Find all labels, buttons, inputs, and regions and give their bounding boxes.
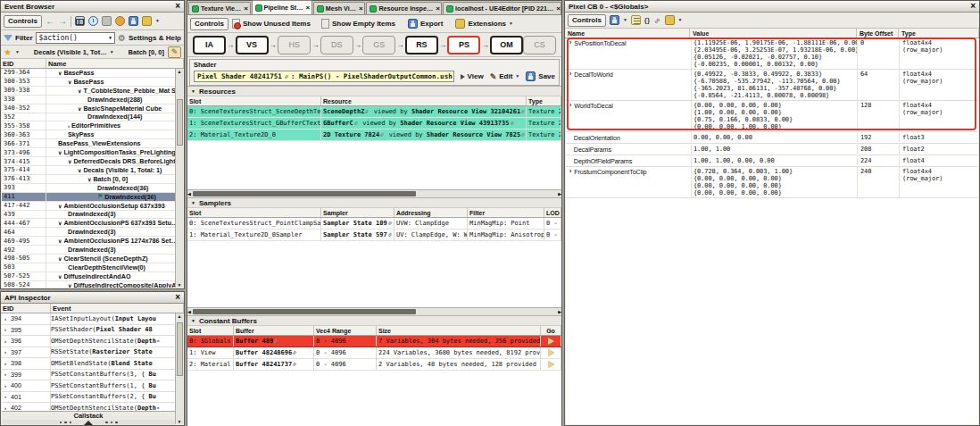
close-icon[interactable]: × [436, 4, 440, 13]
tab-resource-inspe[interactable]: Resource Inspe…× [366, 2, 442, 14]
scrollbar-thumb[interactable] [177, 99, 183, 146]
close-icon[interactable]: × [244, 4, 248, 13]
sampler-name-link[interactable]: Sampler State 597 [323, 231, 387, 238]
sampler-row[interactable]: 0: SceneTexturesStruct_PointClampSampler… [187, 218, 561, 230]
settings-help-link[interactable]: Settings & Help [129, 34, 181, 42]
time-icon[interactable] [88, 16, 98, 26]
shader-name-box[interactable]: Pixel Shader 48241751 ∞ : MainPS() - Pix… [194, 71, 454, 82]
event-row[interactable]: 352DrawIndexed(144) [2, 113, 175, 122]
event-row[interactable]: 417-442∨AmbientOcclusionSetup 637x393 [2, 202, 175, 211]
find-icon[interactable] [75, 16, 85, 26]
api-scrollbar[interactable]: ▲ ▼ [175, 313, 183, 424]
scroll-right-icon[interactable]: ▶ [558, 191, 561, 196]
constant-buffer-row[interactable]: 1: ViewBuffer 48248696∞0 - 4096224 Varia… [187, 347, 561, 359]
cb-variable-row[interactable]: DecalOrientation0.00, 0.00, 0.00192float… [566, 132, 978, 144]
view-shader-button[interactable]: View [461, 72, 484, 80]
close-icon[interactable]: × [556, 4, 561, 13]
save-shader-button[interactable]: Save [526, 71, 555, 81]
chevron-down-icon[interactable]: ▼ [109, 35, 112, 40]
api-event-row[interactable]: ›399PSSetConstantBuffers(3, { Bu [2, 370, 175, 381]
samplers-hscrollbar[interactable]: ◀ ▶ [187, 307, 561, 315]
go-arrow-icon[interactable] [548, 338, 554, 345]
braces-icon[interactable]: {} [644, 16, 650, 24]
extensions-icon[interactable] [665, 15, 675, 25]
event-row[interactable]: 340-352∨BasicShapeMaterial Cube [2, 104, 175, 113]
snapshot-icon[interactable] [102, 16, 112, 26]
event-row[interactable]: 376-413∨Batch [0, 0] [2, 175, 175, 184]
close-icon[interactable]: × [970, 2, 976, 11]
resource-name-link[interactable]: SceneDepthZ [323, 108, 364, 115]
event-row[interactable]: 469-495∨AmbientOcclusionPS 1274x786 Set… [2, 237, 175, 246]
scrollbar-thumb[interactable] [193, 191, 416, 196]
event-row[interactable]: 338DrawIndexed(288) [2, 96, 175, 104]
api-event-row[interactable]: ›394IASetInputLayout(Input Layou [2, 313, 175, 325]
tab-texture-vie[interactable]: Texture Vie…× [188, 2, 251, 14]
api-event-row[interactable]: ›400PSSetConstantBuffers(1, { Bu [2, 380, 175, 392]
cb-variable-row[interactable]: ›DecalToWorld{0.49922, -0.3833, 0.49922,… [566, 70, 978, 101]
stage-hs[interactable]: HS [278, 36, 311, 54]
api-event-row[interactable]: ›398OMSetBlendState(Blend State [2, 358, 175, 370]
api-event-row[interactable]: ›396OMSetDepthStencilState(Depth- [2, 336, 175, 347]
resource-row[interactable]: 0: SceneTexturesStruct_SceneDepthTexture… [187, 106, 561, 118]
show-unused-toggle[interactable]: Show Unused Items [232, 19, 311, 29]
controls-button[interactable]: Controls [568, 14, 606, 27]
expand-up-icon[interactable] [84, 421, 93, 425]
rename-bookmark-button[interactable]: ✎ [168, 46, 181, 58]
api-event-row[interactable]: ›395PSSetShader(Pixel Shader 48 [2, 325, 175, 337]
scroll-down-icon[interactable]: ▼ [178, 282, 182, 288]
event-row[interactable]: 507-525∨DiffuseIndirectAndAO [2, 272, 175, 281]
close-icon[interactable]: × [359, 4, 363, 13]
event-row[interactable]: 300-353∨BasePass [2, 78, 175, 87]
chevron-down-icon[interactable]: ▼ [155, 19, 160, 23]
stage-rs[interactable]: RS [405, 36, 438, 54]
event-row[interactable]: 355-358›EditorPrimitives [2, 121, 175, 130]
cb-variable-row[interactable]: DecalParams1.00, 1.00208float2 [566, 144, 978, 155]
cb-variable-row[interactable]: ›SvPositionToDecal{1.11925E-06, 1.90175E… [566, 38, 978, 70]
filter-input[interactable]: $action() ▼ [36, 32, 115, 44]
gear-icon[interactable]: ⚙ [118, 33, 126, 43]
event-row[interactable]: 498-505∨ClearStencil (SceneDepthZ) [2, 255, 175, 263]
resource-view-link[interactable]: Shader Resource View 43913735 [400, 120, 509, 127]
extensions-icon[interactable] [142, 16, 152, 26]
chevron-right-icon[interactable]: › [569, 102, 571, 108]
event-row[interactable]: 366-371BasePass_ViewExtensions [2, 139, 175, 148]
chevron-down-icon[interactable]: ▼ [678, 18, 683, 22]
stage-om[interactable]: OM [490, 36, 523, 54]
bookmark-icon[interactable]: ★ [4, 47, 12, 57]
go-arrow-icon[interactable] [548, 349, 554, 356]
stage-ps[interactable]: PS [447, 36, 480, 54]
tab-pipeline-st[interactable]: Pipeline St…× [252, 0, 312, 14]
event-row[interactable]: 439DrawIndexed(3) [2, 211, 175, 220]
scroll-right-icon[interactable]: ▶ [558, 309, 561, 314]
cb-variable-row[interactable]: ›WorldToDecal{0.00, 0.00, 0.00, 0.00} {1… [566, 101, 978, 132]
controls-button[interactable]: Controls [190, 18, 228, 30]
scroll-up-icon[interactable]: ▲ [178, 69, 182, 74]
sampler-name-link[interactable]: Sampler State 109 [323, 220, 387, 227]
buffer-name-link[interactable]: Buffer 48248696 [236, 349, 292, 356]
stage-ds[interactable]: DS [320, 36, 353, 54]
resource-name-link[interactable]: GBufferC [323, 120, 353, 127]
event-row[interactable]: 360-363SkyPass [2, 130, 175, 139]
save-icon[interactable] [129, 16, 138, 26]
decals-jump-dropdown[interactable]: Decals (Visible 1, Tot… ▼ [23, 48, 125, 56]
chevron-right-icon[interactable]: › [569, 71, 571, 77]
api-event-row[interactable]: ›401PSSetConstantBuffers(2, { Bu [2, 392, 175, 404]
scroll-down-icon[interactable]: ▼ [178, 419, 182, 424]
back-arrow-icon[interactable]: ← [46, 16, 54, 26]
api-event-row[interactable]: ›402OMSetDepthStencilState(Depth- [2, 403, 175, 411]
event-row[interactable]: 393DrawIndexed(36) [2, 184, 175, 193]
resources-section-header[interactable]: ▼ Resources [187, 86, 561, 96]
stage-vs[interactable]: VS [236, 36, 269, 54]
stage-gs[interactable]: GS [362, 36, 395, 54]
chevron-down-icon[interactable]: ▼ [15, 50, 20, 54]
event-row[interactable]: 373-496∨LightCompositionTasks_PreLightin… [2, 148, 175, 157]
stage-cs[interactable]: CS [523, 36, 556, 54]
save-icon[interactable] [610, 15, 619, 25]
constant-buffer-row[interactable]: 2: MaterialBuffer 48241737∞0 - 40962 Var… [187, 359, 561, 371]
close-icon[interactable]: × [305, 4, 310, 12]
scroll-left-icon[interactable]: ◀ [187, 191, 191, 196]
format-icon[interactable] [631, 15, 641, 25]
event-row[interactable]: 464DrawIndexed(3) [2, 228, 175, 237]
constant-buffer-row[interactable]: 0: $GlobalsBuffer 489∞0 - 40967 Variable… [187, 336, 561, 347]
event-row[interactable]: 374-415∨DeferredDecals DRS_BeforeLightin… [2, 157, 175, 166]
